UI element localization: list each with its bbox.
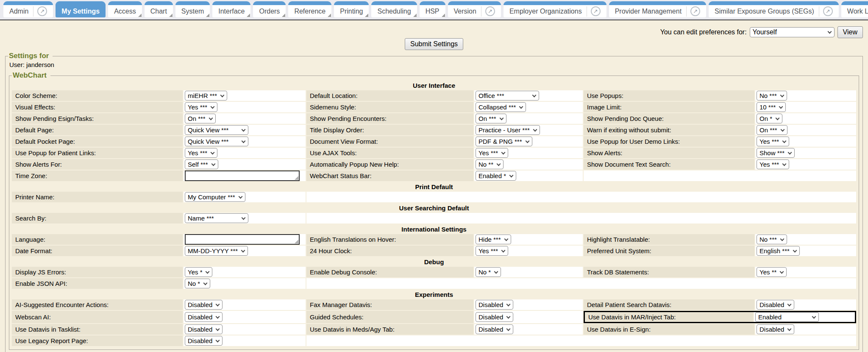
- chevron-down-icon: [501, 248, 506, 252]
- tab-orders[interactable]: Orders: [253, 1, 286, 17]
- tab-label: Version: [454, 8, 476, 15]
- submit-settings-button[interactable]: Submit Settings: [405, 38, 463, 50]
- guided-schedules-select[interactable]: Disabled: [476, 312, 513, 322]
- use-legacy-report-page-label: Use Legacy Report Page:: [12, 335, 183, 346]
- chevron-down-icon: [238, 194, 242, 198]
- show-document-text-search-select[interactable]: Yes ***: [757, 159, 789, 169]
- tab-work-locations[interactable]: Work Locations↗: [841, 1, 868, 17]
- show-document-text-search-cell: Yes ***: [755, 159, 856, 170]
- color-scheme-select[interactable]: miEHR ***: [185, 91, 227, 101]
- tab-similar-exposure-groups-segs[interactable]: Similar Exposure Groups (SEGs)↗: [709, 1, 839, 17]
- chevron-down-icon: [525, 139, 529, 143]
- tab-scheduling[interactable]: Scheduling: [371, 1, 417, 17]
- tab-admin[interactable]: Admin↗: [3, 1, 53, 17]
- english-translations-on-hover-select[interactable]: Hide ***: [476, 235, 511, 244]
- date-format-cell: MM-DD-YYYY ***: [184, 246, 306, 256]
- enable-debug-console-select[interactable]: No *: [476, 267, 501, 277]
- tab-access[interactable]: Access: [108, 1, 142, 17]
- chevron-down-icon: [242, 215, 246, 220]
- chevron-down-icon: [782, 162, 787, 166]
- webchart-status-bar-label: WebChart Status Bar:: [306, 170, 473, 181]
- chevron-down-icon: [216, 327, 220, 331]
- preferred-unit-system-label: Preferred Unit System:: [584, 246, 754, 256]
- visual-effects-select[interactable]: Yes ***: [185, 102, 217, 112]
- section-header-user-interface: User Interface: [12, 81, 856, 89]
- enable-json-api-select[interactable]: No *: [185, 279, 210, 288]
- tab-hsp[interactable]: HSP: [420, 1, 445, 17]
- track-db-statements-select[interactable]: Yes **: [757, 267, 787, 277]
- tab-divider: [819, 6, 819, 17]
- detail-patient-search-datavis-select[interactable]: Disabled: [757, 300, 794, 310]
- ai-suggested-encounter-actions-select[interactable]: Disabled: [185, 300, 223, 310]
- view-button[interactable]: View: [837, 26, 863, 38]
- time-zone-input[interactable]: [185, 170, 300, 181]
- webscan-ai-select[interactable]: Disabled: [185, 312, 223, 322]
- highlight-translatable-select[interactable]: No ***: [757, 235, 787, 244]
- warn-if-exiting-without-submit-select[interactable]: On ***: [757, 125, 787, 135]
- use-popup-for-patient-links-label: Use Popup for Patient Links:: [12, 148, 183, 158]
- tab-provider-management[interactable]: Provider Management↗: [609, 1, 706, 17]
- 24-hour-clock-select[interactable]: Yes ***: [476, 246, 508, 256]
- automatically-popup-new-help-select[interactable]: No **: [476, 159, 504, 169]
- display-js-errors-select[interactable]: Yes *: [185, 267, 212, 277]
- default-location-select[interactable]: Office ***: [476, 91, 539, 101]
- preferred-unit-system-select[interactable]: English ***: [757, 246, 800, 256]
- show-pending-doc-queue-select[interactable]: On *: [757, 114, 782, 123]
- show-pending-doc-queue-cell: On *: [755, 113, 856, 124]
- show-pending-esign-tasks-select[interactable]: On ***: [185, 114, 216, 123]
- use-legacy-report-page-select[interactable]: Disabled: [185, 336, 223, 346]
- default-pocket-page-select[interactable]: Quick View ***: [185, 137, 248, 146]
- use-datavis-in-tasklist-select[interactable]: Disabled: [185, 324, 223, 334]
- sidemenu-style-select[interactable]: Collapsed ***: [476, 102, 526, 112]
- chevron-down-icon: [812, 314, 816, 318]
- show-pending-encounters-select[interactable]: On ***: [476, 114, 506, 123]
- tab-chart[interactable]: Chart: [145, 1, 173, 17]
- english-translations-on-hover-label: English Translations on Hover:: [306, 234, 473, 245]
- automatically-popup-new-help-cell: No **: [474, 159, 583, 170]
- tab-label: Printing: [340, 8, 363, 15]
- default-page-select[interactable]: Quick View ***: [185, 125, 248, 135]
- use-popup-for-patient-links-select[interactable]: Yes ***: [185, 148, 217, 158]
- tab-interface[interactable]: Interface: [212, 1, 250, 17]
- use-datavis-in-e-sign-select[interactable]: Disabled: [757, 324, 794, 334]
- use-popup-for-user-demo-links-select[interactable]: Yes ***: [757, 137, 789, 146]
- settings-for-legend: Settings for: [8, 52, 53, 60]
- menu-fold-icon: [365, 14, 368, 17]
- 24-hour-clock-select-value: Yes ***: [479, 247, 498, 254]
- image-limit-select[interactable]: 10 ***: [757, 102, 786, 112]
- use-ajax-tools-select[interactable]: Yes ***: [476, 148, 508, 158]
- tab-system[interactable]: System: [175, 1, 210, 17]
- title-display-order-select[interactable]: Practice - User ***: [476, 125, 540, 135]
- language-input[interactable]: [185, 234, 300, 245]
- webchart-status-bar-select[interactable]: Enabled *: [476, 171, 516, 181]
- document-view-format-select[interactable]: PDF & PNG ***: [476, 137, 532, 146]
- date-format-select[interactable]: MM-DD-YYYY ***: [185, 246, 248, 256]
- warn-if-exiting-without-submit-cell: On ***: [755, 125, 856, 135]
- use-popups-select[interactable]: No ***: [757, 91, 787, 101]
- tab-version[interactable]: Version↗: [448, 1, 501, 17]
- sidemenu-style-label: Sidemenu Style:: [306, 102, 473, 112]
- use-popup-for-user-demo-links-label: Use Popup for User Demo Links:: [584, 136, 754, 147]
- show-pending-encounters-label: Show Pending Encounters:: [306, 113, 473, 124]
- tab-my-settings[interactable]: My Settings: [56, 1, 106, 17]
- use-popup-for-user-demo-links-cell: Yes ***: [755, 136, 856, 147]
- search-by-select[interactable]: Name ***: [185, 213, 248, 223]
- printer-name-select[interactable]: My Computer ***: [185, 192, 245, 202]
- tab-divider: [481, 6, 481, 17]
- tab-label: HSP: [426, 8, 440, 15]
- chevron-down-icon: [497, 162, 501, 166]
- tab-employer-organizations[interactable]: Employer Organizations↗: [504, 1, 606, 17]
- tab-printing[interactable]: Printing: [334, 1, 369, 17]
- tab-reference[interactable]: Reference: [288, 1, 331, 17]
- display-js-errors-select-value: Yes *: [188, 268, 202, 276]
- fax-manager-datavis-select[interactable]: Disabled: [476, 300, 513, 310]
- preferences-user-select[interactable]: Yourself: [750, 27, 835, 37]
- use-datavis-in-meds-agy-tab-select[interactable]: Disabled: [476, 324, 513, 334]
- show-alerts-for-select[interactable]: Self ***: [185, 159, 218, 169]
- chevron-down-icon: [787, 327, 792, 331]
- search-by-cell: Name ***: [184, 213, 306, 223]
- sidemenu-style-cell: Collapsed ***: [474, 102, 583, 112]
- use-datavis-in-meds-agy-tab-cell: Disabled: [474, 324, 583, 335]
- show-alerts-select[interactable]: Show ***: [757, 148, 795, 158]
- use-datavis-in-mar-inject-tab-select[interactable]: Enabled: [755, 312, 819, 322]
